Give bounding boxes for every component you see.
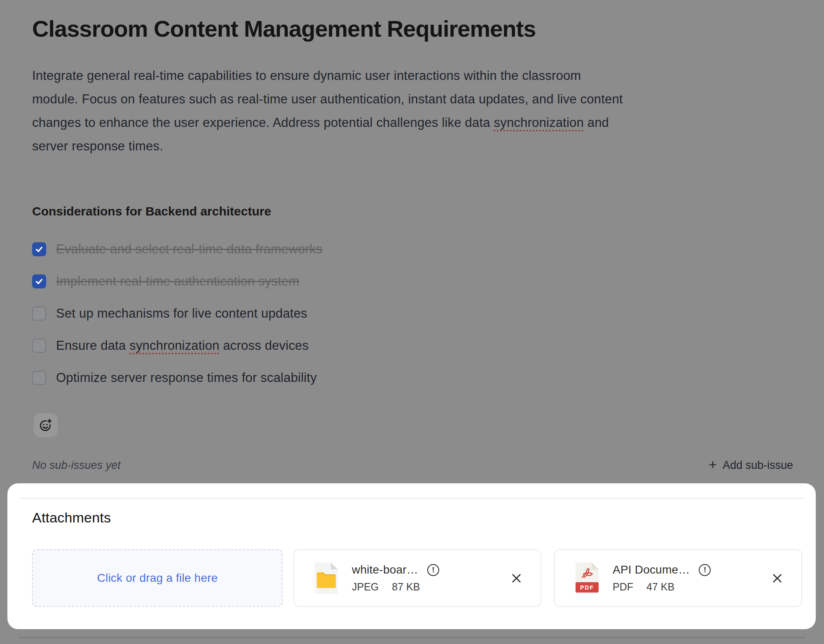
add-reaction-button[interactable]: [34, 413, 58, 437]
file-dropzone[interactable]: Click or drag a file here: [32, 549, 283, 607]
close-icon: [772, 573, 783, 584]
attachment-card: white-boar… ! JPEG 87 KB: [293, 549, 541, 607]
file-name: white-boar…: [352, 563, 418, 576]
checkbox-unchecked[interactable]: [32, 371, 46, 385]
description-line: changes to enhance the user experience. …: [32, 111, 798, 134]
remove-attachment-button[interactable]: [510, 572, 522, 584]
add-sub-issue-button[interactable]: + Add sub-issue: [709, 458, 793, 472]
acrobat-swirl-glyph: [580, 567, 595, 581]
checklist-item-label: Ensure data synchronization across devic…: [56, 338, 309, 353]
checklist: Evaluate and select real-time data frame…: [32, 233, 323, 394]
file-size: 47 KB: [646, 581, 674, 593]
issue-description: Integrate general real-time capabilities…: [32, 64, 798, 158]
attachment-card: PDF API Docume… ! PDF 47 KB: [554, 549, 802, 607]
dropzone-label: Click or drag a file here: [97, 571, 218, 585]
issue-detail-screen: Classroom Content Management Requirement…: [0, 0, 824, 644]
checklist-item: Optimize server response times for scala…: [32, 362, 323, 394]
close-icon: [511, 573, 522, 584]
checklist-item-label: Implement real-time authentication syste…: [56, 274, 300, 289]
checklist-item-label: Set up mechanisms for live content updat…: [56, 306, 307, 321]
description-line: Integrate general real-time capabilities…: [32, 64, 798, 87]
page-title: Classroom Content Management Requirement…: [32, 17, 536, 40]
folder-glyph: [317, 572, 336, 588]
remove-attachment-button[interactable]: [771, 572, 783, 584]
image-file-icon: [315, 562, 338, 594]
warning-icon: !: [427, 564, 439, 576]
checklist-item: Set up mechanisms for live content updat…: [32, 297, 323, 330]
add-sub-issue-label: Add sub-issue: [723, 459, 793, 472]
section-divider: [19, 637, 805, 638]
attachments-heading: Attachments: [32, 510, 111, 526]
checkbox-unchecked[interactable]: [32, 307, 46, 321]
no-sub-issues-text: No sub-issues yet: [32, 459, 121, 472]
file-size: 87 KB: [392, 581, 420, 593]
misspelled-word: synchronization: [494, 115, 584, 130]
checklist-item-label: Evaluate and select real-time data frame…: [56, 242, 323, 257]
pdf-file-icon: PDF: [576, 562, 599, 594]
attachments-panel: Attachments Click or drag a file here wh…: [7, 483, 816, 629]
checklist-item-label: Optimize server response times for scala…: [56, 370, 317, 385]
file-info: white-boar… ! JPEG 87 KB: [352, 563, 439, 593]
plus-icon: +: [709, 457, 717, 471]
file-type: JPEG: [352, 581, 379, 593]
checklist-heading: Considerations for Backend architecture: [32, 204, 271, 218]
file-type: PDF: [613, 581, 633, 593]
file-info: API Docume… ! PDF 47 KB: [613, 563, 711, 593]
warning-icon: !: [699, 564, 711, 576]
checklist-item: Ensure data synchronization across devic…: [32, 330, 323, 362]
checkbox-checked[interactable]: [32, 242, 46, 256]
pdf-badge: PDF: [576, 582, 599, 592]
checklist-item: Implement real-time authentication syste…: [32, 265, 323, 297]
misspelled-word: synchronization: [129, 338, 219, 353]
description-line: module. Focus on features such as real-t…: [32, 87, 798, 111]
panel-top-divider: [20, 498, 803, 499]
description-line: server response times.: [32, 134, 798, 158]
checklist-item: Evaluate and select real-time data frame…: [32, 233, 323, 265]
checkbox-checked[interactable]: [32, 274, 46, 288]
checkbox-unchecked[interactable]: [32, 339, 46, 353]
sub-issues-section: No sub-issues yet + Add sub-issue: [32, 456, 793, 475]
file-name: API Docume…: [613, 563, 690, 576]
smiley-plus-icon: [39, 418, 53, 432]
